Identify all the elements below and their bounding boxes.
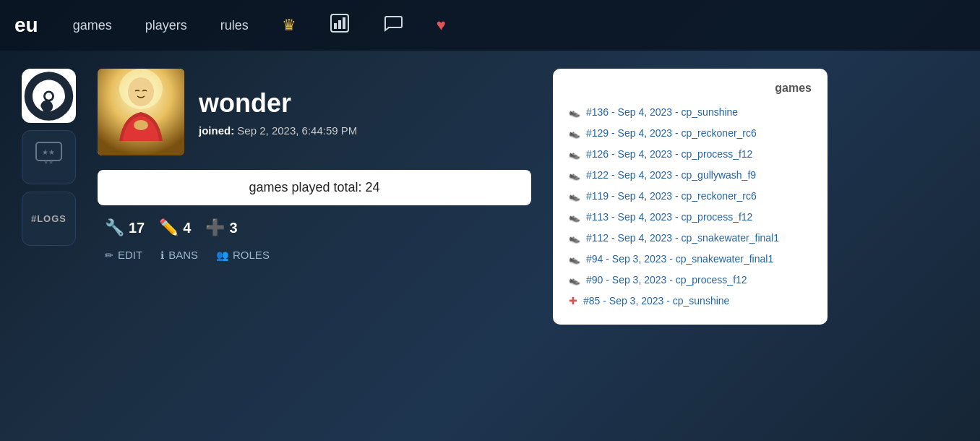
- crown-icon[interactable]: ♛: [276, 13, 302, 38]
- wrench-icon: 🔧: [105, 218, 124, 237]
- game-item[interactable]: 👟#113 - Sep 4, 2023 - cp_process_f12: [569, 207, 812, 228]
- heart-icon[interactable]: ♥: [431, 13, 452, 38]
- pencil-stat: ✏️ 4: [159, 218, 191, 237]
- game-item[interactable]: 👟#136 - Sep 4, 2023 - cp_sunshine: [569, 102, 812, 123]
- player-avatar: [98, 69, 184, 155]
- boot-icon: 👟: [569, 273, 580, 288]
- game-link[interactable]: #90 - Sep 3, 2023 - cp_process_f12: [586, 273, 747, 288]
- game-link[interactable]: #129 - Sep 4, 2023 - cp_reckoner_rc6: [586, 126, 757, 141]
- main-content: ★★ ★★ #LOGS: [0, 51, 980, 343]
- cross-stat-icon: ➕: [205, 218, 225, 237]
- wrench-stat: 🔧 17: [105, 218, 145, 237]
- games-played-box: games played total: 24: [98, 170, 531, 205]
- sidebar: ★★ ★★ #LOGS: [22, 69, 76, 325]
- game-item[interactable]: 👟#126 - Sep 4, 2023 - cp_process_f12: [569, 144, 812, 165]
- svg-text:★★: ★★: [43, 159, 53, 166]
- svg-text:★★: ★★: [42, 148, 55, 156]
- boot-icon: 👟: [569, 127, 580, 141]
- cross-game-icon: ✚: [569, 294, 577, 309]
- game-map: cp_reckoner_rc6: [682, 127, 757, 139]
- roles-button[interactable]: 👥 ROLES: [216, 249, 270, 261]
- boot-icon: 👟: [569, 210, 580, 225]
- game-map: cp_reckoner_rc6: [682, 190, 757, 202]
- game-item[interactable]: 👟#112 - Sep 4, 2023 - cp_snakewater_fina…: [569, 228, 812, 249]
- cross-stat: ➕ 3: [205, 218, 237, 237]
- player-info: wonder joined: Sep 2, 2023, 6:44:59 PM: [199, 88, 357, 137]
- profile-header: wonder joined: Sep 2, 2023, 6:44:59 PM: [98, 69, 531, 155]
- game-map: cp_process_f12: [682, 148, 753, 160]
- game-item[interactable]: 👟#94 - Sep 3, 2023 - cp_snakewater_final…: [569, 249, 812, 270]
- game-item[interactable]: ✚#85 - Sep 3, 2023 - cp_sunshine: [569, 291, 812, 312]
- steam-button[interactable]: [22, 69, 76, 123]
- logs-label: #LOGS: [31, 213, 66, 224]
- game-link[interactable]: #119 - Sep 4, 2023 - cp_reckoner_rc6: [586, 189, 757, 204]
- game-item[interactable]: 👟#90 - Sep 3, 2023 - cp_process_f12: [569, 270, 812, 291]
- pencil-count: 4: [183, 220, 191, 236]
- svg-rect-3: [343, 17, 345, 29]
- chart-icon[interactable]: [324, 10, 356, 40]
- site-logo: eu: [14, 14, 38, 37]
- svg-point-6: [46, 93, 52, 99]
- game-link[interactable]: #122 - Sep 4, 2023 - cp_gullywash_f9: [586, 168, 756, 183]
- pencil-icon: ✏️: [159, 218, 179, 237]
- bans-icon: ℹ: [160, 249, 164, 261]
- stats-row: 🔧 17 ✏️ 4 ➕ 3: [98, 218, 531, 237]
- roles-icon: 👥: [216, 249, 228, 261]
- boot-icon: 👟: [569, 231, 580, 246]
- game-item[interactable]: 👟#122 - Sep 4, 2023 - cp_gullywash_f9: [569, 165, 812, 186]
- wrench-count: 17: [129, 220, 145, 236]
- game-map: cp_process_f12: [676, 274, 747, 286]
- game-link[interactable]: #85 - Sep 3, 2023 - cp_sunshine: [583, 294, 729, 309]
- games-panel-title: games: [569, 82, 812, 95]
- game-map: cp_snakewater_final1: [682, 232, 779, 244]
- logs-button[interactable]: #LOGS: [22, 192, 76, 246]
- game-link[interactable]: #112 - Sep 4, 2023 - cp_snakewater_final…: [586, 231, 779, 246]
- player-joined-date: joined: Sep 2, 2023, 6:44:59 PM: [199, 124, 357, 137]
- svg-rect-1: [334, 23, 337, 29]
- games-panel: games 👟#136 - Sep 4, 2023 - cp_sunshine👟…: [553, 69, 828, 325]
- game-map: cp_sunshine: [682, 106, 739, 118]
- nav-rules[interactable]: rules: [215, 15, 254, 36]
- boot-icon: 👟: [569, 189, 580, 204]
- nav-players[interactable]: players: [139, 15, 193, 36]
- boot-icon: 👟: [569, 252, 580, 267]
- game-map: cp_sunshine: [673, 295, 730, 307]
- player-name: wonder: [199, 88, 357, 119]
- medal-icon: ★★ ★★: [33, 139, 65, 176]
- boot-icon: 👟: [569, 106, 580, 120]
- edit-button[interactable]: ✏ EDIT: [105, 249, 142, 261]
- navbar: eu games players rules ♛ ♥: [0, 0, 980, 51]
- svg-point-13: [134, 120, 148, 130]
- games-list: 👟#136 - Sep 4, 2023 - cp_sunshine👟#129 -…: [569, 102, 812, 312]
- svg-rect-2: [338, 20, 341, 29]
- discord-icon[interactable]: [377, 10, 409, 40]
- game-link[interactable]: #136 - Sep 4, 2023 - cp_sunshine: [586, 105, 738, 120]
- actions-row: ✏ EDIT ℹ BANS 👥 ROLES: [98, 249, 531, 261]
- nav-games[interactable]: games: [67, 15, 118, 36]
- game-map: cp_process_f12: [682, 211, 753, 223]
- profile-area: wonder joined: Sep 2, 2023, 6:44:59 PM g…: [98, 69, 531, 325]
- boot-icon: 👟: [569, 147, 580, 162]
- game-link[interactable]: #126 - Sep 4, 2023 - cp_process_f12: [586, 147, 752, 162]
- game-map: cp_snakewater_final1: [676, 253, 773, 265]
- bans-button[interactable]: ℹ BANS: [160, 249, 198, 261]
- cross-count: 3: [229, 220, 237, 236]
- game-item[interactable]: 👟#129 - Sep 4, 2023 - cp_reckoner_rc6: [569, 123, 812, 144]
- edit-icon: ✏: [105, 249, 113, 261]
- game-link[interactable]: #113 - Sep 4, 2023 - cp_process_f12: [586, 210, 752, 225]
- game-item[interactable]: 👟#119 - Sep 4, 2023 - cp_reckoner_rc6: [569, 186, 812, 207]
- game-link[interactable]: #94 - Sep 3, 2023 - cp_snakewater_final1: [586, 252, 773, 267]
- boot-icon: 👟: [569, 168, 580, 183]
- medal-button[interactable]: ★★ ★★: [22, 130, 76, 184]
- svg-point-12: [128, 77, 154, 106]
- game-map: cp_gullywash_f9: [682, 169, 757, 181]
